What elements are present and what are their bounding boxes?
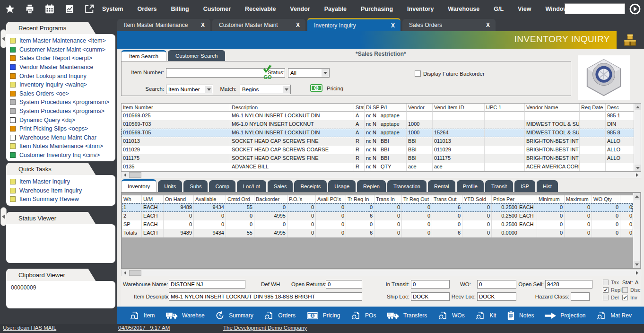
del-checkbox[interactable] xyxy=(603,295,609,300)
sidebar-program-item[interactable]: Sales Orders <oe> xyxy=(10,89,113,98)
scrollbar-thumb[interactable] xyxy=(129,270,141,276)
menu-customer[interactable]: Customer xyxy=(203,6,231,12)
sidebar-program-item[interactable]: System Procedures <programsm> xyxy=(10,98,113,107)
column-header[interactable] xyxy=(620,195,634,203)
status-viewer-header[interactable]: Status Viewer xyxy=(6,212,96,224)
column-header[interactable]: P/L xyxy=(379,104,407,112)
scroll-right-icon[interactable] xyxy=(634,270,641,276)
close-icon[interactable]: X xyxy=(486,22,490,28)
clipboard-viewer-header[interactable]: Clipboard Viewer xyxy=(6,269,96,281)
wo-input[interactable] xyxy=(477,280,516,289)
table-row[interactable]: SPEACH000000000000.2500EACH0000 xyxy=(122,220,633,229)
column-header[interactable]: Minimum xyxy=(537,195,565,203)
table-row[interactable]: 1EACH9489943455000000600.2500EACH0000 xyxy=(122,203,633,212)
column-header[interactable]: Tr Req Out xyxy=(402,195,432,203)
menu-payable[interactable]: Payable xyxy=(324,6,347,12)
table-row[interactable]: 010569-025M6-1 NYLON INSERT LOCKNUT DINA… xyxy=(122,112,641,120)
menu-vendor[interactable]: Vendor xyxy=(290,6,310,12)
in-transit-input[interactable] xyxy=(411,280,450,289)
table-row[interactable]: 011013SOCKET HEAD CAP SCREWS FINERnoNBBI… xyxy=(122,137,641,146)
menu-system[interactable]: System xyxy=(102,6,123,12)
close-icon[interactable]: X xyxy=(201,22,205,28)
sidebar-program-item[interactable]: Warehouse Menu Maint Char xyxy=(10,133,113,142)
column-header[interactable]: Vendor xyxy=(407,104,433,112)
sidebar-program-item[interactable]: System Procedures <programs> xyxy=(10,107,113,116)
warehouse-grid-vertical-scrollbar[interactable] xyxy=(633,193,640,268)
user-status[interactable]: User: dean HAS MAIL xyxy=(3,325,56,331)
report-icon[interactable] xyxy=(63,3,76,15)
scroll-down-icon[interactable] xyxy=(634,261,640,268)
sidebar-program-item[interactable]: Item Master Inquiry xyxy=(10,177,113,186)
pricing-icon[interactable]: $ xyxy=(310,84,323,94)
clipboard-content[interactable]: 00000009 xyxy=(10,283,113,291)
tab-item-master-maintenance[interactable]: Item Master MaintenanceX xyxy=(117,19,210,31)
column-header[interactable]: Desc xyxy=(606,104,634,112)
sidebar-program-item[interactable]: Print Picking Slips <oeps> xyxy=(10,124,113,133)
table-row[interactable]: 010569-T03M6-1.0 NYLON INSERT LOCKNUTAno… xyxy=(122,120,641,129)
print-icon[interactable] xyxy=(24,3,36,15)
scroll-left-icon[interactable] xyxy=(122,172,129,178)
menu-orders[interactable]: Orders xyxy=(137,6,157,12)
scroll-left-icon[interactable] xyxy=(122,270,129,276)
detail-tab-hist[interactable]: Hist xyxy=(537,180,558,192)
mat-rev-button[interactable]: Mat Rev xyxy=(596,311,632,320)
column-header[interactable]: Tr Req In xyxy=(346,195,374,203)
table-row[interactable]: 0135ADVANCE BILLRnoNQTYaceaceACER AMERIC… xyxy=(122,163,641,171)
hazard-class-input[interactable] xyxy=(571,292,590,301)
status-dropdown[interactable]: All xyxy=(288,68,330,78)
column-header[interactable]: UPC 1 xyxy=(485,104,525,112)
item-grid-vertical-scrollbar[interactable] xyxy=(634,104,641,171)
menu-view[interactable]: View xyxy=(518,6,531,12)
sidebar-program-item[interactable]: Inventory Inquiry <wainq> xyxy=(10,80,113,89)
detail-tab-profile[interactable]: Profile xyxy=(457,180,484,192)
detail-tab-usage[interactable]: Usage xyxy=(328,180,356,192)
calendar-icon[interactable] xyxy=(44,3,56,15)
column-header[interactable]: Maximum xyxy=(565,195,592,203)
scrollbar-thumb[interactable] xyxy=(129,172,141,178)
detail-tab-transit[interactable]: Transit xyxy=(485,180,513,192)
recent-programs-header[interactable]: Recent Programs xyxy=(6,22,96,34)
table-row[interactable]: TotalsEACH9489943455499500600600.0000000… xyxy=(122,229,633,237)
scroll-up-icon[interactable] xyxy=(634,193,640,200)
detail-tab-rental[interactable]: Rental xyxy=(428,180,455,192)
detail-tab-comp[interactable]: Comp xyxy=(209,180,235,192)
column-header[interactable]: Disc xyxy=(365,104,371,112)
sidebar-program-item[interactable]: Customer Master Maint <cumm> xyxy=(10,45,113,54)
column-header[interactable]: Item Number xyxy=(122,104,230,112)
transfers-button[interactable]: Transfers xyxy=(387,311,427,320)
detail-tab-replen[interactable]: Replen xyxy=(357,180,386,192)
tab-customer-search[interactable]: Customer Search xyxy=(168,50,225,61)
column-header[interactable]: Wh xyxy=(122,195,142,203)
menu-billing[interactable]: Billing xyxy=(171,6,189,12)
detail-tab-receipts[interactable]: Receipts xyxy=(294,180,327,192)
item-grid-horizontal-scrollbar[interactable] xyxy=(121,172,641,178)
tax-checkbox[interactable] xyxy=(603,280,609,285)
orders-button[interactable]: Orders xyxy=(264,311,296,320)
wos-button[interactable]: WOs xyxy=(438,311,465,320)
column-header[interactable]: Backorder xyxy=(254,195,287,203)
repl-checkbox[interactable]: ✔ xyxy=(603,287,609,293)
tab-inventory-inquiry[interactable]: Inventory InquiryX xyxy=(307,18,400,31)
sidebar-program-item[interactable]: Warehouse Item Inquiry xyxy=(10,186,113,195)
item-description-input[interactable] xyxy=(169,292,362,301)
tab-sales-orders[interactable]: Sales OrdersX xyxy=(402,19,496,31)
detail-tab-sales[interactable]: Sales xyxy=(268,180,293,192)
table-row[interactable]: 011175SOCKET HEAD CAP SCREWS FINERnoNBBI… xyxy=(122,154,641,163)
column-header[interactable]: Trans In xyxy=(374,195,402,203)
column-header[interactable]: Stat xyxy=(354,104,365,112)
scroll-down-icon[interactable] xyxy=(635,165,641,171)
column-header[interactable]: Avail PO's xyxy=(316,195,346,203)
column-header[interactable]: Req Date xyxy=(580,104,606,112)
close-icon[interactable]: X xyxy=(391,22,395,29)
detail-tab-transaction[interactable]: Transaction xyxy=(387,180,426,192)
item-button[interactable]: Item xyxy=(130,311,155,320)
warehouse-name-input[interactable] xyxy=(169,280,245,289)
sidebar-program-item[interactable]: Sales Order Report <oerpt> xyxy=(10,54,113,63)
quick-tasks-header[interactable]: Quick Tasks xyxy=(6,163,96,175)
column-header[interactable]: On Hand xyxy=(164,195,194,203)
notes-button[interactable]: Notes xyxy=(507,311,534,320)
menu-gl[interactable]: G/L xyxy=(494,6,504,12)
column-header[interactable]: Vend Item ID xyxy=(433,104,485,112)
detail-tab-loc-lot[interactable]: Loc/Lot xyxy=(237,180,266,192)
sidebar-program-item[interactable]: Item Master Maintenance <item> xyxy=(10,36,113,45)
